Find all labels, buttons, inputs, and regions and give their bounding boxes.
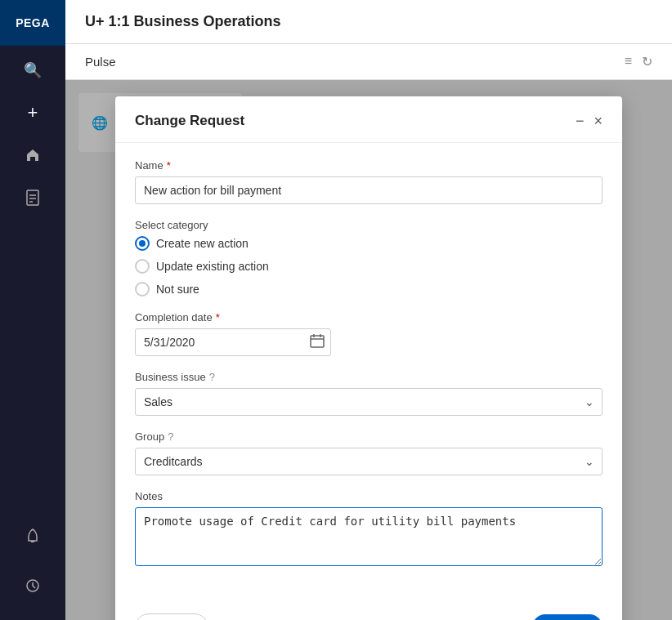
name-field-group: Name * (135, 159, 603, 204)
business-issue-group: Business issue ? Sales Service Marketing… (135, 371, 603, 416)
document-icon[interactable] (15, 180, 51, 216)
cancel-button[interactable]: Cancel (135, 613, 208, 620)
radio-update-existing-indicator (135, 259, 150, 274)
main-header: U+ 1:1 Business Operations (65, 0, 672, 44)
name-input[interactable] (135, 176, 603, 204)
name-label: Name * (135, 159, 603, 172)
close-button[interactable]: × (594, 114, 603, 128)
modal-title: Change Request (135, 113, 244, 129)
business-issue-select[interactable]: Sales Service Marketing (135, 388, 603, 416)
radio-update-existing-label: Update existing action (156, 260, 269, 273)
group-field-group: Group ? Creditcards Loans Savings ⌄ (135, 430, 603, 475)
category-label: Select category (135, 219, 603, 231)
radio-not-sure-indicator (135, 282, 150, 297)
home-icon[interactable] (15, 137, 51, 173)
modal-header: Change Request − × (115, 96, 622, 143)
sidebar-bottom (15, 512, 51, 604)
search-icon[interactable]: 🔍 (15, 52, 51, 88)
date-input-wrapper (135, 328, 331, 356)
subheader-icons: ≡ ↻ (625, 54, 652, 69)
modal-header-icons: − × (576, 114, 603, 128)
history-icon[interactable] (15, 568, 51, 604)
radio-create-new-dot (139, 240, 146, 247)
business-issue-select-wrapper: Sales Service Marketing ⌄ (135, 388, 603, 416)
radio-not-sure-label: Not sure (156, 283, 199, 296)
pulse-label: Pulse (85, 55, 116, 69)
radio-create-new-label: Create new action (156, 237, 249, 250)
modal-footer: Cancel Create (115, 600, 622, 620)
create-button[interactable]: Create (532, 614, 603, 620)
calendar-icon[interactable] (310, 333, 325, 351)
svg-rect-6 (311, 336, 324, 347)
radio-create-new[interactable]: Create new action (135, 236, 603, 251)
minimize-button[interactable]: − (576, 114, 585, 128)
main-content: U+ 1:1 Business Operations Pulse ≡ ↻ 🌐 P… (65, 0, 672, 620)
change-request-modal: Change Request − × Name * (115, 96, 622, 620)
refresh-icon[interactable]: ↻ (642, 54, 652, 69)
radio-not-sure[interactable]: Not sure (135, 282, 603, 297)
radio-update-existing[interactable]: Update existing action (135, 259, 603, 274)
business-issue-help-icon[interactable]: ? (209, 371, 215, 383)
modal-body: Name * Select category (115, 143, 622, 600)
plus-icon[interactable]: + (15, 95, 51, 131)
business-issue-label: Business issue ? (135, 371, 603, 383)
group-select[interactable]: Creditcards Loans Savings (135, 448, 603, 475)
completion-date-label: Completion date * (135, 311, 603, 323)
group-help-icon[interactable]: ? (168, 430, 173, 443)
radio-create-new-indicator (135, 236, 150, 251)
category-field-group: Select category Create new action (135, 219, 603, 297)
notes-textarea[interactable]: Promote usage of Credit card for utility… (135, 507, 603, 566)
page-title: U+ 1:1 Business Operations (85, 13, 652, 30)
group-label: Group ? (135, 430, 603, 443)
content-area: 🌐 Po... S Change Request − × (65, 80, 672, 620)
group-select-wrapper: Creditcards Loans Savings ⌄ (135, 448, 603, 475)
filter-icon[interactable]: ≡ (625, 54, 632, 69)
completion-date-input[interactable] (135, 328, 331, 356)
name-required: * (167, 159, 171, 172)
notes-field-group: Notes Promote usage of Credit card for u… (135, 490, 603, 569)
notes-label: Notes (135, 490, 603, 502)
sidebar: PEGA 🔍 + (0, 0, 65, 620)
completion-date-group: Completion date * (135, 311, 603, 356)
modal-overlay: Change Request − × Name * (65, 80, 672, 620)
radio-group: Create new action Update existing action… (135, 236, 603, 297)
svg-rect-0 (27, 190, 38, 205)
bell-icon[interactable] (15, 519, 51, 555)
main-subheader: Pulse ≡ ↻ (65, 44, 672, 80)
completion-date-required: * (216, 311, 220, 323)
app-logo: PEGA (0, 0, 65, 46)
